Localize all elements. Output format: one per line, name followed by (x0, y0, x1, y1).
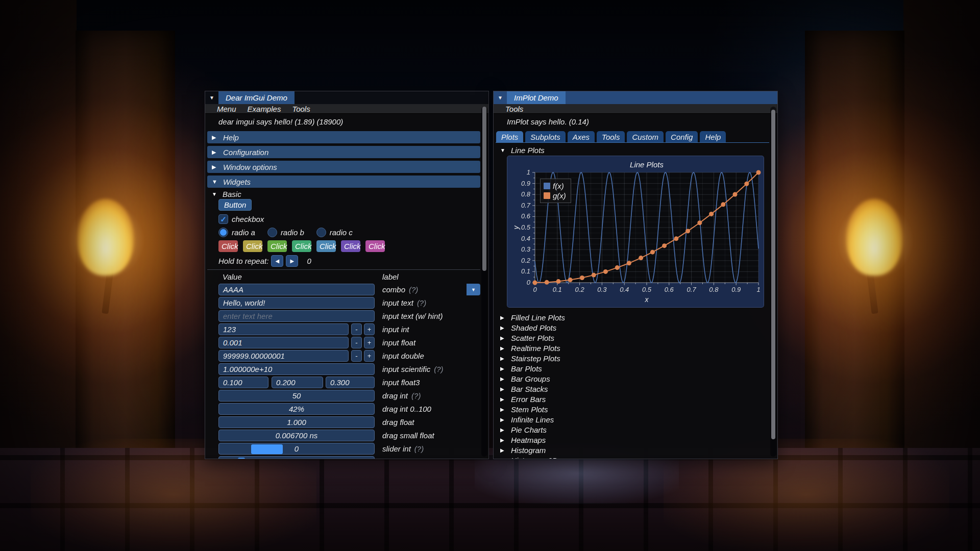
drag-widget[interactable]: 50 (218, 390, 375, 402)
float3-input-2[interactable]: 0.200 (272, 377, 323, 388)
imgui-scrollbar[interactable] (481, 107, 487, 457)
tab-subplots[interactable]: Subplots (525, 131, 565, 142)
section-bar-plots[interactable]: ▶Bar Plots (500, 364, 769, 373)
menu-item-menu[interactable]: Menu (211, 105, 242, 113)
drag-widget[interactable]: 1.000 (218, 416, 375, 428)
radio-radio-a[interactable]: radio a (218, 228, 255, 237)
float3-input-3[interactable]: 0.300 (326, 377, 375, 388)
tree-closed-arrow-icon: ▶ (500, 386, 511, 392)
radio-icon[interactable] (218, 228, 228, 237)
repeat-left-button[interactable]: ◀ (271, 255, 283, 267)
column-header-value: Value (218, 272, 242, 281)
slider-grab[interactable] (238, 458, 245, 459)
section-stem-plots[interactable]: ▶Stem Plots (500, 405, 769, 414)
number-input[interactable]: 999999.00000001 (218, 350, 349, 362)
section-histogram-2d[interactable]: ▶Histogram 2D (500, 456, 769, 459)
separator (207, 269, 480, 270)
legend-item-gx[interactable]: g(x) (544, 191, 566, 201)
combo-box[interactable]: AAAA (218, 284, 375, 295)
section-error-bars[interactable]: ▶Error Bars (500, 394, 769, 404)
help-marker[interactable]: (?) (414, 444, 424, 453)
drag-widget[interactable]: 0.006700 ns (218, 430, 375, 441)
section-heatmaps[interactable]: ▶Heatmaps (500, 435, 769, 444)
checkbox-icon[interactable]: ✓ (218, 214, 228, 224)
row-label-text: input double (382, 352, 424, 360)
slider-widget[interactable]: 0 (218, 443, 375, 455)
collapse-arrow-icon[interactable]: ▼ (205, 91, 218, 104)
collapse-arrow-icon[interactable]: ▼ (494, 91, 507, 104)
svg-text:0.7: 0.7 (521, 202, 531, 209)
repeat-right-button[interactable]: ▶ (286, 255, 298, 267)
legend-item-fx[interactable]: f(x) (544, 181, 566, 191)
menu-item-tools[interactable]: Tools (500, 105, 529, 113)
radio-icon[interactable] (316, 228, 326, 237)
combo-button[interactable]: ▼ (467, 284, 480, 295)
increment-button[interactable]: + (364, 323, 375, 335)
implot-scrollbar[interactable] (770, 107, 776, 457)
tab-help[interactable]: Help (700, 131, 726, 142)
collapsing-header-widgets[interactable]: ▼Widgets (207, 176, 480, 188)
radio-radio-b[interactable]: radio b (267, 228, 304, 237)
section-infinite-lines[interactable]: ▶Infinite Lines (500, 415, 769, 424)
menu-item-examples[interactable]: Examples (242, 105, 287, 113)
row-label-text: drag int 0..100 (382, 405, 431, 413)
help-marker[interactable]: (?) (409, 285, 418, 294)
collapsing-header-window-options[interactable]: ▶Window options (207, 161, 480, 173)
collapsing-header-configuration[interactable]: ▶Configuration (207, 146, 480, 158)
text-input[interactable]: Hello, world! (218, 297, 375, 309)
radio-radio-c[interactable]: radio c (316, 228, 353, 237)
scrollbar-thumb[interactable] (771, 110, 775, 439)
tab-custom[interactable]: Custom (627, 131, 664, 142)
click-button-1[interactable]: Click (218, 240, 238, 252)
slider-widget[interactable]: ratio = 0.123 (218, 456, 375, 459)
section-line-plots[interactable]: ▼ Line Plots (500, 145, 769, 155)
table-row-slider-float: ratio = 0.123slider float (218, 456, 480, 459)
section-bar-stacks[interactable]: ▶Bar Stacks (500, 384, 769, 393)
section-realtime-plots[interactable]: ▶Realtime Plots (500, 343, 769, 353)
click-button-7[interactable]: Click (365, 240, 385, 252)
increment-button[interactable]: + (364, 337, 375, 348)
click-button-5[interactable]: Click (316, 240, 336, 252)
section-label: Infinite Lines (511, 415, 554, 424)
implot-title-tab[interactable]: ImPlot Demo (507, 91, 566, 104)
line-plots-panel[interactable]: Line Plots00.10.20.30.40.50.60.70.80.910… (507, 156, 764, 308)
checkbox-row[interactable]: ✓ checkbox (218, 214, 480, 224)
number-input[interactable]: 123 (218, 323, 349, 335)
tab-config[interactable]: Config (666, 131, 698, 142)
text-input[interactable]: 1.000000e+10 (218, 363, 375, 375)
menu-item-tools[interactable]: Tools (286, 105, 315, 113)
tab-tools[interactable]: Tools (597, 131, 625, 142)
button-widget[interactable]: Button (218, 199, 252, 211)
imgui-title-tab[interactable]: Dear ImGui Demo (218, 91, 295, 104)
collapsing-header-help[interactable]: ▶Help (207, 131, 480, 143)
decrement-button[interactable]: - (351, 337, 362, 348)
svg-text:0.9: 0.9 (521, 180, 530, 187)
float3-input-1[interactable]: 0.100 (218, 377, 268, 388)
section-histogram[interactable]: ▶Histogram (500, 445, 769, 455)
click-button-6[interactable]: Click (341, 240, 360, 252)
tree-node-basic[interactable]: ▼ Basic (212, 190, 480, 198)
decrement-button[interactable]: - (351, 323, 362, 335)
slider-grab[interactable] (251, 444, 283, 454)
increment-button[interactable]: + (364, 350, 375, 362)
radio-icon[interactable] (267, 228, 277, 237)
click-button-4[interactable]: Click (292, 240, 311, 252)
section-stairstep-plots[interactable]: ▶Stairstep Plots (500, 354, 769, 363)
section-shaded-plots[interactable]: ▶Shaded Plots (500, 323, 769, 332)
section-pie-charts[interactable]: ▶Pie Charts (500, 425, 769, 434)
help-marker[interactable]: (?) (417, 298, 426, 307)
help-marker[interactable]: (?) (434, 365, 443, 373)
tab-plots[interactable]: Plots (496, 131, 523, 142)
number-input[interactable]: 0.001 (218, 337, 349, 348)
section-filled-line-plots[interactable]: ▶Filled Line Plots (500, 313, 769, 322)
decrement-button[interactable]: - (351, 350, 362, 362)
text-input[interactable]: enter text here (218, 310, 375, 322)
click-button-3[interactable]: Click (267, 240, 287, 252)
help-marker[interactable]: (?) (411, 391, 421, 400)
scrollbar-thumb[interactable] (482, 107, 486, 271)
tab-axes[interactable]: Axes (568, 131, 595, 142)
drag-widget[interactable]: 42% (218, 403, 375, 415)
section-bar-groups[interactable]: ▶Bar Groups (500, 374, 769, 383)
section-scatter-plots[interactable]: ▶Scatter Plots (500, 333, 769, 342)
click-button-2[interactable]: Click (243, 240, 262, 252)
